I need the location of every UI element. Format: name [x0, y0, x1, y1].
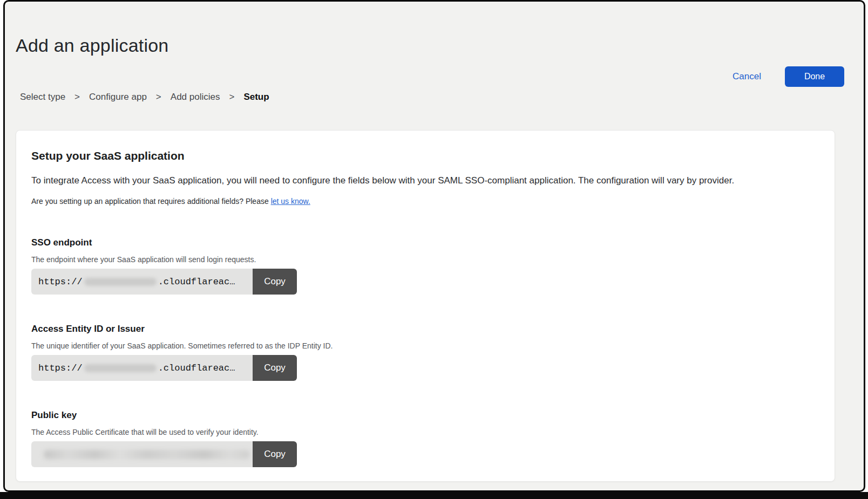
- public-key-value: [31, 441, 253, 467]
- redacted-value-blur: [44, 450, 250, 459]
- breadcrumb-separator: >: [156, 91, 161, 103]
- access-entity-id-description: The unique identifier of your SaaS appli…: [31, 341, 819, 351]
- sso-endpoint-section: SSO endpoint The endpoint where your Saa…: [31, 237, 819, 295]
- setup-saas-card: Setup your SaaS application To integrate…: [16, 130, 835, 482]
- access-entity-id-copy-button[interactable]: Copy: [253, 355, 297, 381]
- card-heading: Setup your SaaS application: [31, 149, 819, 163]
- card-note: Are you setting up an application that r…: [31, 196, 819, 206]
- breadcrumb: Select type > Configure app > Add polici…: [20, 91, 858, 103]
- access-entity-id-label: Access Entity ID or Issuer: [31, 324, 819, 334]
- public-key-copy-row: Copy: [31, 441, 297, 467]
- sso-endpoint-value: https:// .cloudflareac…: [31, 269, 253, 295]
- page-title: Add an application: [16, 34, 858, 57]
- breadcrumb-separator: >: [74, 91, 80, 103]
- screenshot-canvas: Add an application Cancel Done Select ty…: [0, 0, 868, 499]
- access-entity-id-value: https:// .cloudflareac…: [31, 355, 253, 381]
- breadcrumb-step-configure-app[interactable]: Configure app: [89, 91, 147, 103]
- window-frame: Add an application Cancel Done Select ty…: [3, 0, 865, 492]
- card-intro: To integrate Access with your SaaS appli…: [31, 175, 819, 187]
- url-prefix: https://: [38, 363, 83, 373]
- cancel-button[interactable]: Cancel: [733, 71, 761, 82]
- access-entity-id-copy-row: https:// .cloudflareac… Copy: [31, 355, 297, 381]
- breadcrumb-separator: >: [229, 91, 234, 103]
- breadcrumb-step-select-type[interactable]: Select type: [20, 91, 65, 103]
- window-bottom-edge: [0, 492, 868, 499]
- redacted-value-blur: [84, 364, 157, 372]
- public-key-copy-button[interactable]: Copy: [253, 441, 297, 467]
- url-suffix: .cloudflareac…: [158, 277, 235, 287]
- add-application-page: Add an application Cancel Done Select ty…: [5, 34, 864, 492]
- sso-endpoint-copy-button[interactable]: Copy: [253, 269, 297, 295]
- url-suffix: .cloudflareac…: [158, 363, 235, 373]
- header-actions: Cancel Done: [733, 66, 844, 87]
- breadcrumb-step-add-policies[interactable]: Add policies: [171, 91, 220, 103]
- sso-endpoint-label: SSO endpoint: [31, 237, 819, 248]
- breadcrumb-step-setup[interactable]: Setup: [243, 91, 269, 103]
- let-us-know-link[interactable]: let us know.: [271, 197, 310, 206]
- public-key-description: The Access Public Certificate that will …: [31, 427, 819, 437]
- public-key-label: Public key: [31, 410, 819, 421]
- public-key-section: Public key The Access Public Certificate…: [31, 410, 819, 467]
- done-button[interactable]: Done: [785, 66, 844, 87]
- redacted-value-blur: [84, 278, 157, 286]
- access-entity-id-section: Access Entity ID or Issuer The unique id…: [31, 324, 819, 381]
- sso-endpoint-copy-row: https:// .cloudflareac… Copy: [31, 269, 297, 295]
- url-prefix: https://: [38, 277, 83, 287]
- sso-endpoint-description: The endpoint where your SaaS application…: [31, 255, 819, 264]
- card-note-text: Are you setting up an application that r…: [31, 197, 271, 206]
